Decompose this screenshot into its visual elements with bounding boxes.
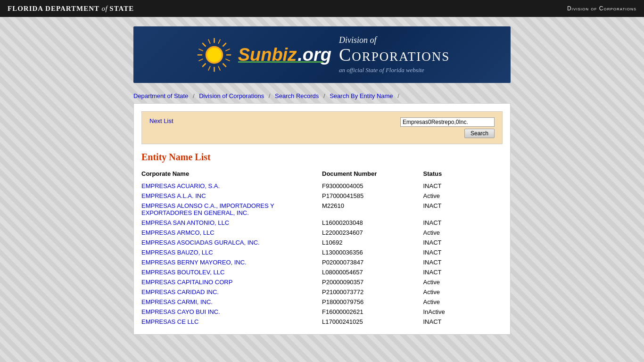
svg-line-7 <box>202 43 206 46</box>
entity-status: INACT <box>423 181 503 191</box>
svg-line-3 <box>223 63 226 66</box>
entity-status: INACT <box>423 317 503 327</box>
header-division-label: Division of Corporations <box>567 5 636 12</box>
search-area: Next List Search <box>141 111 503 144</box>
entity-status: Active <box>423 277 503 287</box>
entity-doc-number: L13000036356 <box>322 247 423 257</box>
breadcrumb-sep-1: / <box>193 92 195 99</box>
entity-name-link[interactable]: EMPRESA SAN ANTONIO, LLC <box>141 219 229 226</box>
table-row: EMPRESAS CAYO BUI INC.F16000002621InActi… <box>141 307 503 317</box>
sun-icon <box>194 35 234 75</box>
entity-name-list-title: Entity Name List <box>141 152 503 163</box>
entity-name-link[interactable]: EMPRESAS CAPITALINO CORP <box>141 279 232 286</box>
svg-point-17 <box>207 48 222 62</box>
breadcrumb: Department of State / Division of Corpor… <box>133 89 511 103</box>
entity-name-link[interactable]: EMPRESAS ACUARIO, S.A. <box>141 182 220 189</box>
table-row: EMPRESAS ALONSO C.A., IMPORTADORES Y EXP… <box>141 201 503 218</box>
table-row: EMPRESAS CARIDAD INC.P21000073772Active <box>141 287 503 297</box>
search-controls: Search <box>400 117 495 138</box>
entity-doc-number: L16000203048 <box>322 218 423 228</box>
entity-status: INACT <box>423 247 503 257</box>
banner-corporations-text: Corporations <box>339 45 450 65</box>
table-row: EMPRESAS CAPITALINO CORPP20000090357Acti… <box>141 277 503 287</box>
entity-doc-number: P18000079756 <box>322 297 423 307</box>
content-area: Next List Search Entity Name List Corpor… <box>133 103 511 335</box>
breadcrumb-sep-4: / <box>397 92 399 99</box>
entity-doc-number: P21000073772 <box>322 287 423 297</box>
entity-name-link[interactable]: EMPRESAS CARMI, INC. <box>141 298 213 305</box>
entity-status: INACT <box>423 238 503 247</box>
entity-doc-number: L08000054657 <box>322 267 423 277</box>
entity-name-link[interactable]: EMPRESAS BAUZO, LLC <box>141 249 213 256</box>
banner: Sunbiz .org Division of Corporations an … <box>133 26 511 83</box>
entity-doc-number: L17000241025 <box>322 317 423 327</box>
table-row: EMPRESAS BERNY MAYOREO, INC.P02000073847… <box>141 257 503 267</box>
breadcrumb-division[interactable]: Division of Corporations <box>199 92 264 99</box>
entity-name-link[interactable]: EMPRESAS BOUTOLEV, LLC <box>141 269 224 276</box>
table-row: EMPRESAS A.L.A. INCP17000041585Active <box>141 191 503 201</box>
svg-line-14 <box>198 49 203 50</box>
breadcrumb-dept-of-state[interactable]: Department of State <box>133 92 188 99</box>
entity-table-body: EMPRESAS ACUARIO, S.A.F93000004005INACTE… <box>141 181 503 327</box>
col-header-doc: Document Number <box>322 168 423 181</box>
col-header-name: Corporate Name <box>141 168 322 181</box>
entity-doc-number: L22000234607 <box>322 228 423 238</box>
svg-line-8 <box>218 39 220 43</box>
entity-doc-number: M22610 <box>322 201 423 218</box>
banner-tagline: an official State of Florida website <box>339 66 450 74</box>
breadcrumb-sep-2: / <box>269 92 271 99</box>
top-header: Florida Department of State Division of … <box>0 0 644 17</box>
header-logo: Florida Department of State <box>8 5 134 13</box>
entity-table: Corporate Name Document Number Status EM… <box>141 168 503 327</box>
next-list-link[interactable]: Next List <box>149 117 173 124</box>
svg-line-15 <box>208 39 210 43</box>
entity-status: Active <box>423 287 503 297</box>
table-row: EMPRESAS BAUZO, LLCL13000036356INACT <box>141 247 503 257</box>
header-logo-text: Florida Department of State <box>8 5 134 12</box>
table-row: EMPRESA SAN ANTONIO, LLCL16000203048INAC… <box>141 218 503 228</box>
breadcrumb-search-records[interactable]: Search Records <box>275 92 319 99</box>
table-row: EMPRESAS ARMCO, LLCL22000234607Active <box>141 228 503 238</box>
entity-name-link[interactable]: EMPRESAS CAYO BUI INC. <box>141 308 220 315</box>
entity-doc-number: P02000073847 <box>322 257 423 267</box>
entity-name-link[interactable]: EMPRESAS ASOCIADAS GURALCA, INC. <box>141 239 260 246</box>
entity-name-link[interactable]: EMPRESAS ALONSO C.A., IMPORTADORES Y EXP… <box>141 202 274 216</box>
entity-doc-number: F16000002621 <box>322 307 423 317</box>
entity-name-link[interactable]: EMPRESAS ARMCO, LLC <box>141 229 215 236</box>
svg-line-13 <box>198 59 203 61</box>
table-row: EMPRESAS BOUTOLEV, LLCL08000054657INACT <box>141 267 503 277</box>
banner-division-text: Division of <box>339 35 450 45</box>
entity-status: INACT <box>423 201 503 218</box>
entity-doc-number: F93000004005 <box>322 181 423 191</box>
entity-name-link[interactable]: EMPRESAS CARIDAD INC. <box>141 288 219 296</box>
entity-name-link[interactable]: EMPRESAS BERNY MAYOREO, INC. <box>141 259 247 266</box>
svg-line-11 <box>218 66 220 70</box>
svg-line-5 <box>202 63 206 66</box>
entity-doc-number: P17000041585 <box>322 191 423 201</box>
svg-line-12 <box>208 66 210 70</box>
breadcrumb-sep-3: / <box>323 92 325 99</box>
entity-doc-number: L10692 <box>322 238 423 247</box>
entity-name-link[interactable]: EMPRESAS A.L.A. INC <box>141 192 206 199</box>
main-wrapper: Sunbiz .org Division of Corporations an … <box>133 17 511 344</box>
entity-status: Active <box>423 191 503 201</box>
entity-status: Active <box>423 228 503 238</box>
table-row: EMPRESAS CE LLCL17000241025INACT <box>141 317 503 327</box>
table-row: EMPRESAS ASOCIADAS GURALCA, INC.L10692IN… <box>141 238 503 247</box>
search-input[interactable] <box>400 117 495 127</box>
svg-line-9 <box>225 49 230 50</box>
entity-name-link[interactable]: EMPRESAS CE LLC <box>141 318 198 325</box>
entity-status: InActive <box>423 307 503 317</box>
entity-status: INACT <box>423 257 503 267</box>
table-row: EMPRESAS ACUARIO, S.A.F93000004005INACT <box>141 181 503 191</box>
entity-doc-number: P20000090357 <box>322 277 423 287</box>
svg-line-1 <box>223 43 226 46</box>
entity-status: INACT <box>423 218 503 228</box>
search-button[interactable]: Search <box>464 129 495 138</box>
table-row: EMPRESAS CARMI, INC.P18000079756Active <box>141 297 503 307</box>
entity-status: INACT <box>423 267 503 277</box>
svg-line-10 <box>225 59 230 61</box>
breadcrumb-search-by-entity[interactable]: Search By Entity Name <box>330 92 393 99</box>
entity-status: Active <box>423 297 503 307</box>
col-header-status: Status <box>423 168 503 181</box>
